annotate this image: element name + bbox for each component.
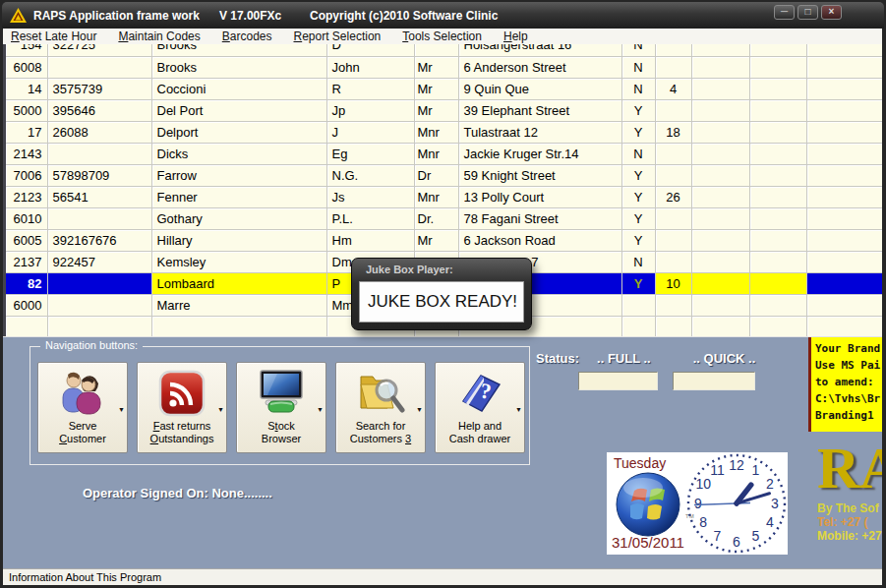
grid-cell[interactable] (655, 143, 691, 164)
grid-cell[interactable]: N.G. (326, 164, 414, 186)
grid-cell[interactable] (749, 294, 806, 316)
grid-cell[interactable]: Fenner (151, 186, 326, 207)
grid-cell[interactable]: Dr. (414, 207, 458, 229)
grid-cell[interactable] (691, 121, 749, 143)
grid-cell[interactable] (691, 294, 749, 316)
menu-item-help[interactable]: Help (503, 29, 528, 43)
grid-cell[interactable] (806, 251, 882, 272)
grid-cell[interactable]: 9 Quin Que (458, 78, 621, 99)
grid-cell[interactable] (655, 207, 691, 229)
grid-cell[interactable] (749, 186, 806, 207)
grid-cell[interactable]: 4 (655, 78, 691, 99)
grid-cell[interactable] (806, 78, 882, 99)
grid-cell[interactable]: 39 Elephant Street (458, 99, 621, 121)
menu-item-tools-selection[interactable]: Tools Selection (402, 29, 482, 43)
grid-cell[interactable] (151, 316, 326, 336)
grid-cell[interactable] (47, 207, 151, 229)
grid-cell[interactable]: R (326, 78, 414, 99)
grid-cell[interactable]: 10 (655, 272, 691, 294)
grid-cell[interactable]: Brooks (151, 44, 326, 56)
grid-cell[interactable]: N (621, 251, 655, 272)
grid-cell[interactable] (806, 121, 882, 143)
grid-cell[interactable]: Y (621, 229, 655, 251)
menu-item-maintain-codes[interactable]: Maintain Codes (118, 29, 200, 43)
grid-cell[interactable]: Hillary (151, 229, 326, 251)
grid-cell[interactable] (6, 316, 47, 336)
grid-cell[interactable]: 922457 (47, 251, 151, 272)
grid-cell[interactable] (655, 316, 691, 336)
grid-cell[interactable]: 5000 (6, 99, 47, 121)
grid-cell[interactable] (655, 294, 691, 316)
grid-cell[interactable]: Lombaard (151, 272, 326, 294)
grid-cell[interactable]: 6010 (6, 207, 47, 229)
grid-cell[interactable]: Mr (414, 99, 458, 121)
grid-cell[interactable]: Tulastraat 12 (458, 121, 621, 143)
grid-cell[interactable]: 6008 (6, 56, 47, 78)
grid-cell[interactable] (414, 44, 458, 56)
grid-cell[interactable]: 395646 (47, 99, 151, 121)
grid-cell[interactable] (47, 143, 151, 164)
grid-cell[interactable]: Holsangerstraat 16 (458, 44, 621, 56)
chevron-down-icon[interactable]: ▼ (515, 406, 522, 413)
grid-cell[interactable] (47, 56, 151, 78)
chevron-down-icon[interactable]: ▼ (118, 406, 125, 413)
grid-cell[interactable] (691, 56, 749, 78)
grid-cell[interactable] (749, 44, 806, 56)
grid-cell[interactable] (749, 316, 806, 336)
grid-cell[interactable] (47, 272, 151, 294)
grid-cell[interactable]: Jp (326, 99, 414, 121)
grid-cell[interactable]: 57898709 (47, 164, 151, 186)
grid-cell[interactable]: N (621, 56, 655, 78)
grid-cell[interactable]: Jackie Kruger Str.14 (458, 143, 621, 164)
grid-cell[interactable]: 17 (6, 121, 47, 143)
grid-cell[interactable]: 154 (6, 44, 47, 56)
grid-cell[interactable]: Y (621, 272, 655, 294)
grid-cell[interactable] (749, 121, 806, 143)
grid-cell[interactable]: 26088 (47, 121, 151, 143)
grid-cell[interactable] (806, 143, 882, 164)
grid-cell[interactable]: Eg (326, 143, 414, 164)
grid-cell[interactable] (749, 99, 806, 121)
grid-cell[interactable]: Dicks (151, 143, 326, 164)
chevron-down-icon[interactable]: ▼ (217, 406, 224, 413)
stock-browser-button[interactable]: StockBrowser▼ (236, 362, 326, 453)
grid-cell[interactable]: 2137 (6, 251, 47, 272)
grid-cell[interactable] (655, 56, 691, 78)
grid-cell[interactable]: 392167676 (47, 229, 151, 251)
grid-cell[interactable]: Js (326, 186, 414, 207)
grid-cell[interactable] (691, 207, 749, 229)
serve-customer-button[interactable]: ServeCustomer▼ (37, 362, 128, 453)
help-cash-drawer-button[interactable]: ?Help andCash drawer▼ (435, 362, 525, 453)
grid-cell[interactable] (691, 99, 749, 121)
grid-cell[interactable]: Brooks (151, 56, 326, 78)
chevron-down-icon[interactable]: ▼ (317, 406, 324, 413)
grid-cell[interactable]: 59 Knight Street (458, 164, 621, 186)
grid-cell[interactable]: N (621, 78, 655, 99)
grid-cell[interactable] (47, 316, 151, 336)
grid-cell[interactable]: Mnr (414, 121, 458, 143)
minimize-button[interactable]: ─ (774, 5, 795, 20)
grid-cell[interactable]: Marre (151, 294, 326, 316)
grid-cell[interactable]: Mr (414, 78, 458, 99)
grid-cell[interactable]: 6 Anderson Street (458, 56, 621, 78)
grid-cell[interactable] (691, 143, 749, 164)
grid-cell[interactable] (691, 78, 749, 99)
grid-cell[interactable] (749, 251, 806, 272)
grid-cell[interactable]: Delport (151, 121, 326, 143)
grid-cell[interactable]: Mr (414, 56, 458, 78)
grid-cell[interactable]: Mr (414, 229, 458, 251)
menu-item-barcodes[interactable]: Barcodes (222, 29, 272, 43)
grid-cell[interactable]: 82 (6, 272, 47, 294)
grid-cell[interactable]: Farrow (151, 164, 326, 186)
grid-cell[interactable]: Dr (414, 164, 458, 186)
grid-cell[interactable] (655, 44, 691, 56)
grid-cell[interactable]: Gothary (151, 207, 326, 229)
grid-cell[interactable] (749, 229, 806, 251)
grid-cell[interactable]: Hm (326, 229, 414, 251)
grid-cell[interactable] (655, 251, 691, 272)
grid-cell[interactable]: Y (621, 99, 655, 121)
grid-cell[interactable] (806, 186, 882, 207)
grid-cell[interactable] (806, 44, 882, 56)
grid-cell[interactable] (749, 164, 806, 186)
grid-cell[interactable]: 2123 (6, 186, 47, 207)
